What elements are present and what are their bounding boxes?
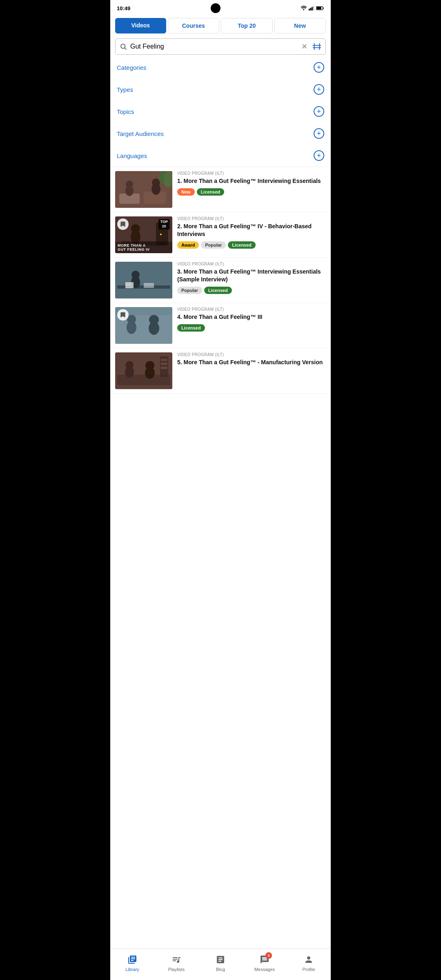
bottom-nav: Library Playlists Blog 4 xyxy=(110,949,331,980)
blog-icon xyxy=(215,954,226,965)
badge-licensed: Licensed xyxy=(204,287,232,294)
svg-rect-31 xyxy=(144,283,154,288)
messages-badge: 4 xyxy=(265,952,272,959)
svg-rect-2 xyxy=(312,7,313,10)
svg-rect-46 xyxy=(161,363,167,365)
filter-target-audiences[interactable]: Target Audiences + xyxy=(110,122,331,145)
badges-3: Popular Licensed xyxy=(177,287,326,294)
nav-blog-label: Blog xyxy=(216,967,225,972)
svg-point-41 xyxy=(125,361,134,369)
nav-blog[interactable]: Blog xyxy=(198,952,243,973)
tab-videos[interactable]: Videos xyxy=(115,18,166,33)
signal-icon xyxy=(309,6,314,11)
svg-point-15 xyxy=(126,180,133,188)
expand-categories-button[interactable]: + xyxy=(314,62,324,73)
search-bar: ✕ xyxy=(115,38,326,55)
svg-point-29 xyxy=(131,271,140,279)
wifi-icon xyxy=(301,6,307,11)
svg-rect-6 xyxy=(316,7,321,9)
thumbnail-1 xyxy=(115,171,172,208)
filter-toggle-button[interactable] xyxy=(312,42,321,51)
svg-rect-5 xyxy=(323,7,324,9)
nav-messages-label: Messages xyxy=(254,967,275,972)
thumbnail-3 xyxy=(115,262,172,298)
table-row[interactable]: VIDEO PROGRAM (ILT) 4. More Than a Gut F… xyxy=(110,303,331,348)
expand-languages-button[interactable]: + xyxy=(314,150,324,161)
svg-rect-3 xyxy=(313,6,314,10)
nav-playlists-label: Playlists xyxy=(168,967,185,972)
svg-point-19 xyxy=(158,171,166,183)
badge-licensed: Licensed xyxy=(228,241,256,249)
library-icon xyxy=(127,954,138,965)
profile-icon xyxy=(303,954,314,965)
table-row[interactable]: VIDEO PROGRAM (ILT) 5. More Than a Gut F… xyxy=(110,348,331,394)
table-row[interactable]: TOP20 MORE THAN AGUT FEELING IV VIDEO PR… xyxy=(110,212,331,258)
svg-rect-26 xyxy=(115,262,172,298)
thumbnail-5 xyxy=(115,352,172,389)
clear-search-button[interactable]: ✕ xyxy=(301,42,307,51)
result-info-1: VIDEO PROGRAM (ILT) 1. More Than a Gut F… xyxy=(177,171,326,196)
result-info-4: VIDEO PROGRAM (ILT) 4. More Than a Gut F… xyxy=(177,307,326,332)
badges-4: Licensed xyxy=(177,324,326,332)
battery-icon xyxy=(316,6,324,11)
svg-point-25 xyxy=(160,234,162,235)
thumb-overlay-text-2: MORE THAN AGUT FEELING IV xyxy=(115,242,172,253)
expand-topics-button[interactable]: + xyxy=(314,106,324,117)
badges-2: Award Popular Licensed xyxy=(177,241,326,249)
status-icons xyxy=(301,6,324,11)
svg-rect-45 xyxy=(161,359,167,361)
badge-popular: Popular xyxy=(201,241,226,249)
expand-target-audiences-button[interactable]: + xyxy=(314,128,324,139)
top20-badge: TOP20 xyxy=(158,219,170,229)
badge-licensed: Licensed xyxy=(197,188,225,196)
result-info-3: VIDEO PROGRAM (ILT) 3. More Than a Gut F… xyxy=(177,262,326,294)
expand-types-button[interactable]: + xyxy=(314,84,324,95)
thumbnail-2: TOP20 MORE THAN AGUT FEELING IV xyxy=(115,216,172,253)
filters-section: Categories + Types + Topics + Target Aud… xyxy=(110,56,331,167)
svg-rect-30 xyxy=(125,282,134,288)
badge-award: Award xyxy=(177,241,199,249)
nav-messages[interactable]: 4 Messages xyxy=(243,952,287,973)
table-row[interactable]: VIDEO PROGRAM (ILT) 1. More Than a Gut F… xyxy=(110,167,331,212)
search-input[interactable] xyxy=(130,43,298,50)
filter-topics[interactable]: Topics + xyxy=(110,100,331,122)
filter-categories[interactable]: Categories + xyxy=(110,56,331,78)
svg-rect-0 xyxy=(309,9,310,10)
tab-new[interactable]: New xyxy=(274,18,326,33)
result-info-2: VIDEO PROGRAM (ILT) 2. More Than a Gut F… xyxy=(177,216,326,249)
bookmark-button-4[interactable] xyxy=(117,309,129,321)
nav-playlists[interactable]: Playlists xyxy=(154,952,198,973)
result-info-5: VIDEO PROGRAM (ILT) 5. More Than a Gut F… xyxy=(177,352,326,370)
filter-types[interactable]: Types + xyxy=(110,78,331,100)
messages-icon: 4 xyxy=(259,954,270,965)
badge-new: New xyxy=(177,188,195,196)
top-tabs: Videos Courses Top 20 New xyxy=(110,15,331,37)
status-bar: 10:49 xyxy=(110,0,331,15)
tab-top20[interactable]: Top 20 xyxy=(221,18,273,33)
svg-point-23 xyxy=(131,224,140,233)
camera-notch xyxy=(211,3,220,13)
svg-rect-1 xyxy=(310,8,312,10)
thumbnail-4 xyxy=(115,307,172,344)
results-list: VIDEO PROGRAM (ILT) 1. More Than a Gut F… xyxy=(110,167,331,949)
status-time: 10:49 xyxy=(117,5,130,11)
playlists-icon xyxy=(171,954,182,965)
nav-profile[interactable]: Profile xyxy=(287,952,331,973)
svg-point-7 xyxy=(121,44,125,49)
badges-1: New Licensed xyxy=(177,188,326,196)
tab-courses[interactable]: Courses xyxy=(168,18,220,33)
svg-point-36 xyxy=(149,315,159,325)
table-row[interactable]: VIDEO PROGRAM (ILT) 3. More Than a Gut F… xyxy=(110,258,331,303)
filter-languages[interactable]: Languages + xyxy=(110,145,331,167)
bookmark-button-2[interactable] xyxy=(117,218,129,230)
badge-licensed: Licensed xyxy=(177,324,205,332)
nav-profile-label: Profile xyxy=(302,967,315,972)
svg-line-8 xyxy=(125,48,126,49)
nav-library-label: Library xyxy=(125,967,139,972)
search-icon xyxy=(120,43,127,50)
nav-library[interactable]: Library xyxy=(110,952,154,973)
svg-point-43 xyxy=(145,361,154,370)
badge-popular: Popular xyxy=(177,287,202,294)
svg-rect-47 xyxy=(161,367,167,369)
